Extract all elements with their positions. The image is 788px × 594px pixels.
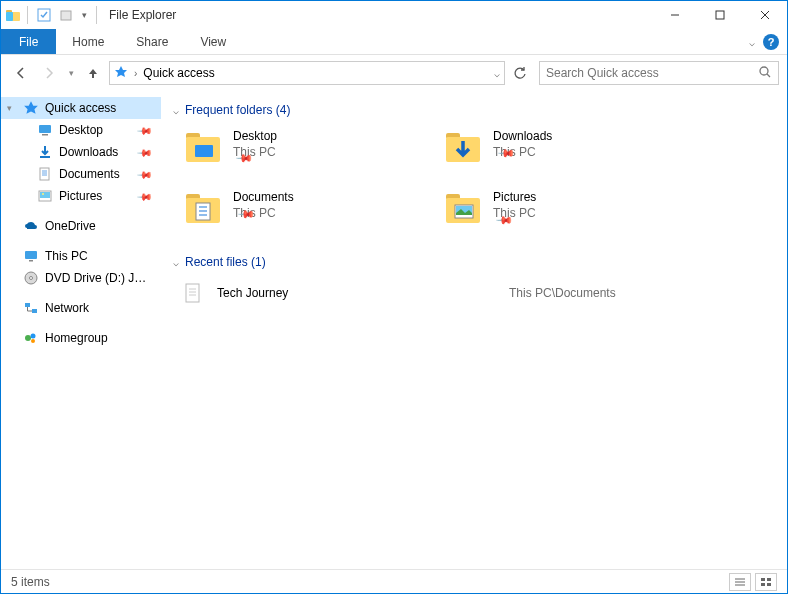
onedrive-icon — [23, 218, 39, 234]
network-icon — [23, 300, 39, 316]
svg-point-30 — [31, 334, 36, 339]
folder-tile-pictures[interactable]: Pictures This PC 📌 — [441, 186, 661, 239]
folder-tile-documents[interactable]: Documents This PC 📌 — [181, 186, 401, 239]
svg-point-26 — [30, 277, 33, 280]
chevron-down-icon[interactable]: ⌵ — [173, 257, 179, 268]
recent-locations-dropdown[interactable]: ▾ — [65, 61, 77, 85]
svg-rect-24 — [29, 260, 33, 262]
chevron-down-icon[interactable]: ▾ — [7, 103, 12, 113]
item-count: 5 items — [11, 575, 50, 589]
search-input[interactable] — [546, 66, 758, 80]
svg-rect-14 — [42, 134, 48, 136]
icons-view-button[interactable] — [755, 573, 777, 591]
sidebar-item-homegroup[interactable]: Homegroup — [1, 327, 161, 349]
qat-properties[interactable] — [34, 5, 54, 25]
up-button[interactable] — [81, 61, 105, 85]
app-icon — [5, 7, 21, 23]
folder-tile-downloads[interactable]: Downloads This PC 📌 — [441, 125, 661, 178]
maximize-button[interactable] — [697, 1, 742, 29]
svg-point-22 — [42, 193, 44, 195]
svg-rect-55 — [767, 578, 771, 581]
section-recent[interactable]: ⌵ Recent files (1) — [173, 255, 775, 269]
forward-button[interactable] — [37, 61, 61, 85]
file-tab[interactable]: File — [1, 29, 56, 54]
pin-icon: 📌 — [137, 188, 153, 204]
refresh-button[interactable] — [509, 62, 531, 84]
download-icon — [37, 144, 53, 160]
svg-rect-16 — [40, 168, 49, 180]
qat-dropdown[interactable]: ▾ — [78, 5, 90, 25]
help-icon[interactable]: ? — [763, 34, 779, 50]
svg-rect-2 — [6, 12, 13, 21]
folder-document-icon — [183, 188, 223, 228]
sidebar-item-dvd[interactable]: DVD Drive (D:) J_CPRA — [1, 267, 161, 289]
tab-share[interactable]: Share — [120, 29, 184, 54]
star-icon — [23, 100, 39, 116]
svg-rect-47 — [186, 284, 199, 302]
computer-icon — [23, 248, 39, 264]
svg-rect-54 — [761, 578, 765, 581]
sidebar-item-quick-access[interactable]: ▾ Quick access — [1, 97, 161, 119]
chevron-down-icon[interactable]: ⌵ — [173, 105, 179, 116]
tab-home[interactable]: Home — [56, 29, 120, 54]
folder-desktop-icon — [183, 127, 223, 167]
svg-rect-56 — [761, 583, 765, 586]
document-icon — [37, 166, 53, 182]
folder-tile-desktop[interactable]: Desktop This PC 📌 — [181, 125, 401, 178]
breadcrumb-sep-icon: › — [134, 68, 137, 79]
svg-point-31 — [31, 339, 35, 343]
svg-rect-28 — [32, 309, 37, 313]
sidebar-item-onedrive[interactable]: OneDrive — [1, 215, 161, 237]
sidebar-item-documents[interactable]: Documents 📌 — [1, 163, 161, 185]
breadcrumb[interactable]: Quick access — [143, 66, 214, 80]
address-history-dropdown[interactable]: ⌵ — [494, 68, 500, 79]
svg-rect-4 — [61, 11, 71, 20]
sidebar-item-downloads[interactable]: Downloads 📌 — [1, 141, 161, 163]
back-button[interactable] — [9, 61, 33, 85]
sidebar-item-this-pc[interactable]: This PC — [1, 245, 161, 267]
picture-icon — [37, 188, 53, 204]
sidebar-item-pictures[interactable]: Pictures 📌 — [1, 185, 161, 207]
svg-point-29 — [25, 335, 31, 341]
search-icon[interactable] — [758, 65, 772, 82]
svg-marker-12 — [24, 101, 38, 114]
svg-marker-9 — [115, 66, 127, 77]
svg-rect-34 — [195, 145, 213, 157]
pin-icon: 📌 — [137, 122, 153, 138]
svg-line-11 — [767, 74, 770, 77]
statusbar: 5 items — [1, 569, 787, 593]
minimize-button[interactable] — [652, 1, 697, 29]
svg-rect-23 — [25, 251, 37, 259]
section-frequent[interactable]: ⌵ Frequent folders (4) — [173, 103, 775, 117]
svg-rect-13 — [39, 125, 51, 133]
pin-icon: 📌 — [137, 144, 153, 160]
recent-file-row[interactable]: Tech Journey This PC\Documents — [173, 277, 775, 309]
sidebar-item-desktop[interactable]: Desktop 📌 — [1, 119, 161, 141]
qat-new-folder[interactable] — [56, 5, 76, 25]
titlebar: ▾ File Explorer — [1, 1, 787, 29]
search-box[interactable] — [539, 61, 779, 85]
disc-icon — [23, 270, 39, 286]
svg-rect-27 — [25, 303, 30, 307]
svg-point-10 — [760, 67, 768, 75]
close-button[interactable] — [742, 1, 787, 29]
svg-rect-57 — [767, 583, 771, 586]
navbar: ▾ › Quick access ⌵ — [1, 55, 787, 91]
window-title: File Explorer — [109, 8, 176, 22]
folder-picture-icon — [443, 188, 483, 228]
sidebar: ▾ Quick access Desktop 📌 Downloads 📌 Doc… — [1, 91, 161, 569]
homegroup-icon — [23, 330, 39, 346]
details-view-button[interactable] — [729, 573, 751, 591]
svg-rect-21 — [40, 192, 50, 198]
ribbon-expand-icon[interactable]: ⌵ — [749, 37, 755, 48]
pin-icon: 📌 — [137, 166, 153, 182]
svg-rect-6 — [716, 11, 724, 19]
desktop-icon — [37, 122, 53, 138]
quick-access-star-icon — [114, 65, 128, 82]
sidebar-item-network[interactable]: Network — [1, 297, 161, 319]
ribbon: File Home Share View ⌵ ? — [1, 29, 787, 55]
folder-download-icon — [443, 127, 483, 167]
tab-view[interactable]: View — [184, 29, 242, 54]
address-bar[interactable]: › Quick access ⌵ — [109, 61, 505, 85]
file-icon — [181, 281, 205, 305]
